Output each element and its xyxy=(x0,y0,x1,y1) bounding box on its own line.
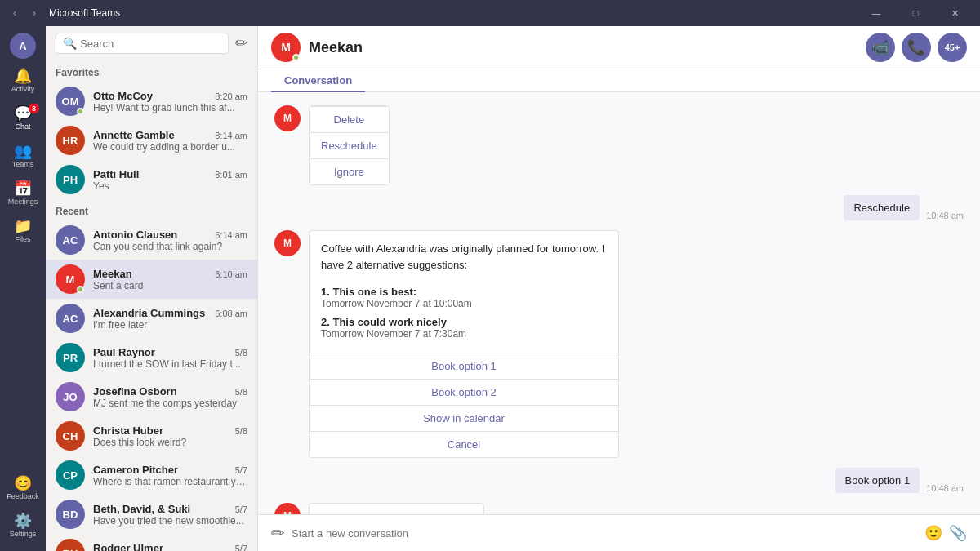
option-number-1: 1. This one is best: xyxy=(321,286,607,298)
contact-preview-cameron: Where is that ramen restaurant yo... xyxy=(93,476,247,487)
contact-item-josefina[interactable]: JO Josefina Osborn 5/8 MJ sent me the co… xyxy=(46,377,257,416)
contact-item-meekan[interactable]: M Meekan 6:10 am Sent a card xyxy=(46,260,257,299)
sidebar-item-chat[interactable]: 3 💬 Chat xyxy=(0,100,46,137)
online-indicator-meekan xyxy=(77,286,84,293)
reschedule-button-1[interactable]: Reschedule xyxy=(310,132,389,158)
contact-item-antonio[interactable]: AC Antonio Clausen 6:14 am Can you send … xyxy=(46,220,257,260)
video-call-button[interactable]: 📹 xyxy=(866,33,895,62)
contact-name-antonio: Antonio Clausen xyxy=(93,229,177,241)
contact-item-beth[interactable]: BD Beth, David, & Suki 5/7 Have you trie… xyxy=(46,495,257,534)
contact-time-annette: 8:14 am xyxy=(215,131,247,140)
bot-message-3: M Ok! here's your new schedule: Coffee w… xyxy=(274,503,964,514)
message-card-2: Coffee with Alexandria was originally pl… xyxy=(309,230,619,458)
more-options-button[interactable]: 45+ xyxy=(938,33,967,62)
nav-forward-button[interactable]: › xyxy=(26,5,42,21)
sidebar-label-activity: Activity xyxy=(11,85,35,93)
contact-item-annette[interactable]: HR Annette Gamble 8:14 am We could try a… xyxy=(46,121,257,160)
app-body: A 🔔 Activity 3 💬 Chat 👥 Teams 📅 Meetings… xyxy=(0,26,980,551)
cancel-button[interactable]: Cancel xyxy=(310,431,618,457)
search-input[interactable] xyxy=(80,38,221,50)
message-card-1: Delete Reschedule Ignore xyxy=(309,105,390,185)
contact-name-cameron: Cameron Pitcher xyxy=(93,464,178,476)
contact-preview-otto: Hey! Want to grab lunch this af... xyxy=(93,102,247,113)
contact-time-beth: 5/7 xyxy=(235,504,247,514)
search-input-wrap[interactable]: 🔍 xyxy=(56,33,229,54)
contact-info-annette: Annette Gamble 8:14 am We could try addi… xyxy=(93,129,247,153)
header-actions: 📹 📞 45+ xyxy=(866,33,967,62)
contact-preview-annette: We could try adding a border u... xyxy=(93,141,247,153)
window-controls: — □ ✕ xyxy=(858,0,973,26)
attach-button[interactable]: 📎 xyxy=(949,524,967,542)
sidebar-item-activity[interactable]: 🔔 Activity xyxy=(0,62,46,100)
ignore-button[interactable]: Ignore xyxy=(310,158,389,184)
contact-item-christa[interactable]: CH Christa Huber 5/8 Does this look weir… xyxy=(46,416,257,455)
chat-header: M Meekan 📹 📞 45+ xyxy=(258,26,980,69)
contact-name-alexandria: Alexandria Cummings xyxy=(93,307,205,319)
book-option-1-button[interactable]: Book option 1 xyxy=(310,353,618,379)
contact-avatar-rodger: RU xyxy=(56,539,85,551)
sidebar-item-settings[interactable]: ⚙️ Settings xyxy=(7,507,39,544)
contact-avatar-josefina: JO xyxy=(56,382,85,411)
compose-button[interactable]: ✏ xyxy=(235,34,247,52)
sidebar-label-files: Files xyxy=(15,235,30,243)
contact-item-alexandria[interactable]: AC Alexandria Cummings 6:08 am I'm free … xyxy=(46,299,257,338)
message-input[interactable] xyxy=(292,527,918,540)
contact-preview-alexandria: I'm free later xyxy=(93,319,247,331)
contact-avatar-cameron: CP xyxy=(56,460,85,490)
msg-time-2: 10:48 am xyxy=(926,483,964,493)
contact-item-paul[interactable]: PR Paul Raynor 5/8 I turned the SOW in l… xyxy=(46,338,257,377)
close-button[interactable]: ✕ xyxy=(936,0,973,26)
contact-time-meekan: 6:10 am xyxy=(215,269,247,279)
meetings-icon: 📅 xyxy=(14,181,32,196)
maximize-button[interactable]: □ xyxy=(897,0,934,26)
contact-avatar-paul: PR xyxy=(56,343,85,372)
chat-tabs-bar: Conversation xyxy=(258,69,980,92)
bot-message-2: M Coffee with Alexandria was originally … xyxy=(274,230,964,458)
tab-conversation[interactable]: Conversation xyxy=(271,69,365,93)
contact-avatar-beth: BD xyxy=(56,500,85,529)
book-option-2-button[interactable]: Book option 2 xyxy=(310,379,618,405)
contact-preview-patti: Yes xyxy=(93,180,247,192)
contact-preview-josefina: MJ sent me the comps yesterday xyxy=(93,398,247,409)
sidebar-item-meetings[interactable]: 📅 Meetings xyxy=(0,175,46,212)
recent-label: Recent xyxy=(46,199,257,220)
online-indicator-otto xyxy=(77,108,84,115)
contact-name-patti: Patti Hull xyxy=(93,168,139,180)
contact-name-otto: Otto McCoy xyxy=(93,90,153,102)
search-icon: 🔍 xyxy=(63,37,77,50)
contact-time-christa: 5/8 xyxy=(235,426,247,436)
user-bubble-1: Reschedule xyxy=(844,195,920,220)
contact-time-otto: 8:20 am xyxy=(215,91,247,101)
option-item-2: 2. This could work nicely Tomorrow Novem… xyxy=(321,316,607,340)
contact-name-meekan: Meekan xyxy=(93,268,132,280)
audio-call-button[interactable]: 📞 xyxy=(902,33,931,62)
user-avatar[interactable]: A xyxy=(10,33,36,59)
sidebar-item-teams[interactable]: 👥 Teams xyxy=(0,137,46,175)
contact-item-cameron[interactable]: CP Cameron Pitcher 5/7 Where is that ram… xyxy=(46,455,257,495)
sidebar-item-feedback[interactable]: 😊 Feedback xyxy=(7,469,39,507)
emoji-button[interactable]: 🙂 xyxy=(924,524,942,542)
contact-time-antonio: 6:14 am xyxy=(215,230,247,240)
contact-item-otto[interactable]: OM Otto McCoy 8:20 am Hey! Want to grab … xyxy=(46,82,257,121)
contact-item-patti[interactable]: PH Patti Hull 8:01 am Yes xyxy=(46,160,257,199)
format-button[interactable]: ✏ xyxy=(271,523,285,543)
sidebar-item-files[interactable]: 📁 Files xyxy=(0,212,46,250)
delete-button[interactable]: Delete xyxy=(310,106,389,132)
files-icon: 📁 xyxy=(14,219,32,233)
contact-avatar-annette: HR xyxy=(56,126,85,155)
show-calendar-button[interactable]: Show in calendar xyxy=(310,405,618,431)
bot-intro-text: Coffee with Alexandria was originally pl… xyxy=(310,231,618,282)
titlebar: ‹ › Microsoft Teams — □ ✕ xyxy=(0,0,980,26)
chat-online-dot xyxy=(292,54,300,61)
contact-info-patti: Patti Hull 8:01 am Yes xyxy=(93,168,247,192)
option-list: 1. This one is best: Tomorrow November 7… xyxy=(310,282,618,353)
contact-time-cameron: 5/7 xyxy=(235,465,247,475)
contact-avatar-antonio: AC xyxy=(56,225,85,255)
contact-item-rodger[interactable]: RU Rodger Ulmer 5/7 Can you check this c… xyxy=(46,534,257,551)
nav-back-button[interactable]: ‹ xyxy=(7,5,23,21)
minimize-button[interactable]: — xyxy=(858,0,895,26)
app-title: Microsoft Teams xyxy=(49,7,858,19)
contact-avatar-meekan: M xyxy=(56,264,85,294)
chat-input-area: ✏ 🙂 📎 xyxy=(258,514,980,551)
user-message-1: Reschedule 10:48 am xyxy=(274,195,964,220)
